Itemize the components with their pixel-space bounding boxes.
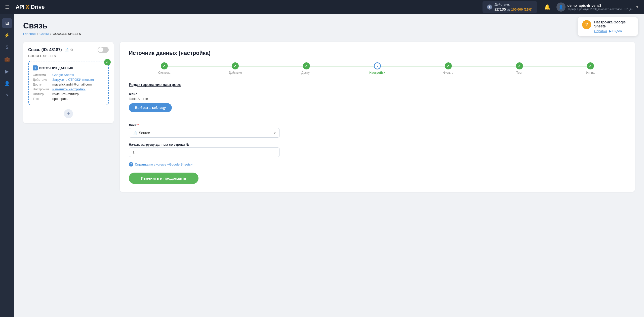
file-section: Файл Table Source Выбрать таблицу [129,92,626,118]
help-suffix: по системе «Google Sheets» [149,163,192,166]
breadcrumb-sep2: / [50,32,51,36]
breadcrumb: Главная / Связи / GOOGLE SHEETS [23,32,635,36]
sidebar: ⊞ ⚡ $ 💼 ▶ 👤 ? [0,14,14,317]
step-label-access: Доступ [301,71,311,74]
select-table-button[interactable]: Выбрать таблицу [129,103,172,112]
step-access: ✓ Доступ [271,62,342,74]
table-row: Фильтр изменить фильтр [33,92,104,96]
sidebar-item-help[interactable]: ? [2,91,12,101]
step-action: ✓ Действие [200,62,271,74]
video-label: Видео [612,29,622,33]
actions-limit: 100'000 (22%) [511,8,533,11]
table-row: Настройки изменить настройки [33,87,104,91]
step-circle-action: ✓ [232,62,239,69]
toggle-switch[interactable] [98,47,109,53]
step-circle-settings: ● [374,62,381,69]
step-circle-finish: ✓ [587,62,594,69]
sheet-label: Лист * [129,123,626,127]
help-text: Справка по системе «Google Sheets» [135,163,192,166]
source-card: ✓ 1 ИСТОЧНИК ДАННЫХ Система Google Sheet… [28,61,109,105]
connection-icons: 📄 ⚙ [64,48,73,52]
google-sheets-label: GOOGLE SHEETS [28,54,109,58]
chevron-down-icon: ∨ [273,131,276,135]
table-row: Доступ maverickandrii@gmail.com [33,83,104,86]
play-icon: ▶ [609,29,612,33]
sheet-dropdown[interactable]: 📄 Source ∨ [129,128,280,138]
sidebar-item-youtube[interactable]: ▶ [2,66,12,76]
file-label: Файл [129,92,626,96]
step-settings: ● Настройки [342,62,413,74]
step-label-finish: Финиш [585,71,595,74]
table-row: Система Google Sheets [33,73,104,77]
file-name: Table Source [129,97,626,101]
help-link[interactable]: Справка [594,29,607,33]
source-rows: Система Google Sheets Действие Загрузить… [33,73,104,101]
help-video-link[interactable]: ▶ Видео [609,29,622,33]
actions-box: i Действия: 22'135 из 100'000 (22%) [482,1,537,13]
step-label-action: Действие [229,71,242,74]
source-check-icon: ✓ [104,59,111,65]
start-row-label: Начать загрузку данных со строки № [129,143,626,146]
source-badge: 1 [33,65,38,70]
content-area: ? Настройка Google Sheets Справка ▶ Виде… [14,14,644,317]
user-name: demo_apix-drive_s3 [568,4,633,8]
sidebar-item-account[interactable]: 👤 [2,78,12,89]
sheet-selected-value: 📄 Source [133,131,150,135]
step-label-test: Тест [516,71,522,74]
left-panel: Связь (ID: 48187) 📄 ⚙ GOOGLE SHEETS ✓ 1 … [23,42,114,123]
top-navigation: ☰ APIXDrive i Действия: 22'135 из 100'00… [0,0,644,14]
sheet-label-text: Лист [129,123,137,127]
actions-text: Действия: 22'135 из 100'000 (22%) [495,3,533,12]
doc-icon: 📄 [133,131,137,135]
edit-heading: Редактирование настроек [129,83,626,87]
document-icon[interactable]: 📄 [64,48,69,52]
sidebar-item-billing[interactable]: $ [2,42,12,52]
help-circle-icon: ? [129,162,133,167]
menu-icon[interactable]: ☰ [5,4,10,10]
actions-separator: из [507,8,511,11]
step-label-filter: Фильтр [443,71,453,74]
actions-label: Действия: [495,3,510,6]
step-circle-test: ✓ [516,62,523,69]
avatar: 👤 [556,3,566,12]
user-info: demo_apix-drive_s3 Тариф |Премиум PRO| д… [568,4,633,11]
sidebar-item-dashboard[interactable]: ⊞ [2,18,12,28]
source-label: ИСТОЧНИК ДАННЫХ [39,66,73,70]
bell-icon[interactable]: 🔔 [544,4,550,10]
chevron-down-icon: ▼ [635,5,639,9]
breadcrumb-current: GOOGLE SHEETS [53,32,81,36]
step-circle-access: ✓ [303,62,310,69]
user-menu[interactable]: 👤 demo_apix-drive_s3 Тариф |Премиум PRO|… [556,3,639,12]
connection-title: Связь (ID: 48187) [28,48,62,52]
start-row-section: Начать загрузку данных со строки № [129,143,626,157]
sheet-required: * [137,123,139,127]
step-filter: ✓ Фильтр [413,62,484,74]
sidebar-item-connections[interactable]: ⚡ [2,30,12,40]
sidebar-item-services[interactable]: 💼 [2,54,12,64]
logo: APIXDrive [16,4,45,10]
breadcrumb-connections[interactable]: Связи [39,32,49,36]
panel-title: Источник данных (настройка) [129,50,626,56]
settings-gear-icon[interactable]: ⚙ [70,48,73,52]
help-links: Справка ▶ Видео [594,29,633,33]
steps-bar: ✓ Система ✓ Действие ✓ Доступ [129,62,626,74]
help-prefix[interactable]: Справка [135,163,148,166]
add-button[interactable]: + [64,109,73,118]
step-circle-sistema: ✓ [161,62,168,69]
sheet-value: Source [139,131,150,135]
step-sistema: ✓ Система [129,62,200,74]
logo-drive: Drive [31,4,45,10]
two-column-layout: Связь (ID: 48187) 📄 ⚙ GOOGLE SHEETS ✓ 1 … [23,42,635,192]
help-title: Настройка Google Sheets [594,20,633,28]
step-label-settings: Настройки [369,71,385,74]
start-row-input[interactable] [129,147,280,157]
breadcrumb-home[interactable]: Главная [23,32,35,36]
sheet-section: Лист * 📄 Source ∨ [129,123,626,138]
save-button[interactable]: Изменить и продолжить [129,173,198,184]
page-title: Связь [23,21,635,30]
logo-x: X [26,4,29,10]
actions-count: 22'135 [495,7,506,11]
step-finish: ✓ Финиш [555,62,626,74]
user-plan: Тариф |Премиум PRO| до оплаты осталось 3… [568,8,633,11]
right-panel: Источник данных (настройка) ✓ Система ✓ … [120,42,635,192]
